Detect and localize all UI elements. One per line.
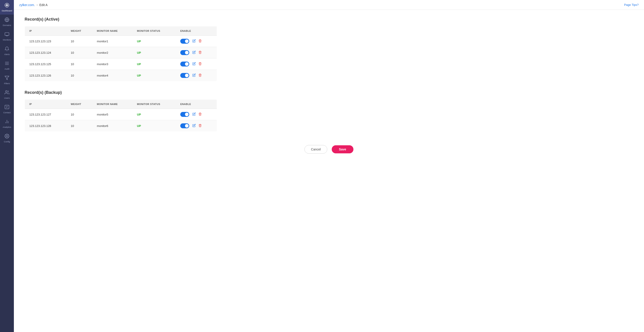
svg-rect-17 bbox=[5, 105, 9, 109]
backup-table-header-row: IP WEIGHT MONITOR NAME MONITOR STATUS EN… bbox=[25, 100, 217, 109]
cell-weight: 10 bbox=[66, 70, 92, 81]
toggle-switch[interactable] bbox=[180, 73, 189, 78]
cell-enable bbox=[176, 59, 217, 70]
sidebar-item-users[interactable]: Users bbox=[0, 87, 14, 102]
svg-point-23 bbox=[6, 135, 8, 137]
cell-monitor-status: UP bbox=[132, 47, 176, 59]
sidebar-item-label-monitors: Monitors bbox=[3, 39, 11, 41]
save-button[interactable]: Save bbox=[332, 145, 354, 153]
contact-icon bbox=[4, 105, 10, 111]
delete-icon[interactable] bbox=[198, 51, 202, 55]
users-icon bbox=[4, 90, 10, 96]
col-header-monitor-name-active: MONITOR NAME bbox=[92, 27, 132, 36]
active-section-title: Record(s) (Active) bbox=[24, 17, 633, 22]
toggle-switch[interactable] bbox=[180, 112, 189, 117]
cell-weight: 10 bbox=[66, 47, 92, 59]
sidebar-item-label-contact: Contact bbox=[3, 111, 11, 114]
dashboard-icon bbox=[4, 3, 10, 9]
action-icons bbox=[192, 39, 202, 43]
sidebar-item-contact[interactable]: Contact bbox=[0, 102, 14, 116]
cell-ip: 123.123.123.125 bbox=[25, 59, 66, 70]
cell-monitor-name: monitor2 bbox=[92, 47, 132, 59]
edit-icon[interactable] bbox=[192, 39, 196, 43]
main-area: zylker.com. › Edit A Page Tips? Record(s… bbox=[14, 0, 644, 332]
cell-ip: 123.123.123.128 bbox=[25, 120, 66, 132]
cell-monitor-name: monitor4 bbox=[92, 70, 132, 81]
edit-icon[interactable] bbox=[192, 124, 196, 128]
page-tips-link[interactable]: Page Tips? bbox=[624, 3, 639, 7]
cell-enable bbox=[176, 47, 217, 59]
col-header-enable-active: ENABLE bbox=[176, 27, 217, 36]
toggle-switch[interactable] bbox=[180, 39, 189, 44]
edit-icon[interactable] bbox=[192, 112, 196, 116]
action-icons bbox=[192, 51, 202, 55]
backup-section: Record(s) (Backup) IP WEIGHT MONITOR NAM… bbox=[24, 90, 633, 132]
monitors-icon bbox=[4, 32, 10, 38]
delete-icon[interactable] bbox=[198, 112, 202, 116]
sidebar-item-dashboard[interactable]: Dashboard bbox=[0, 0, 14, 15]
table-row: 123.123.123.12410monitor2UP bbox=[25, 47, 217, 59]
toggle-switch[interactable] bbox=[180, 123, 189, 128]
sidebar-item-label-domains: Domains bbox=[3, 24, 11, 27]
col-header-weight-active: WEIGHT bbox=[66, 27, 92, 36]
toggle-switch[interactable] bbox=[180, 62, 189, 67]
filters-icon bbox=[4, 76, 10, 82]
table-row: 123.123.123.12710monitor5UP bbox=[25, 109, 217, 120]
table-row: 123.123.123.12610monitor4UP bbox=[25, 70, 217, 81]
cell-enable bbox=[176, 36, 217, 47]
sidebar-item-monitors[interactable]: Monitors bbox=[0, 29, 14, 44]
cell-ip: 123.123.123.124 bbox=[25, 47, 66, 59]
action-icons bbox=[192, 112, 202, 116]
sidebar-item-label-audit: Audit bbox=[4, 68, 10, 70]
sidebar-item-label-filters: Filters bbox=[4, 82, 10, 85]
cell-monitor-status: UP bbox=[132, 36, 176, 47]
edit-icon[interactable] bbox=[192, 73, 196, 78]
delete-icon[interactable] bbox=[198, 124, 202, 128]
sidebar-item-domains[interactable]: Domains bbox=[0, 15, 14, 29]
action-icons bbox=[192, 73, 202, 78]
delete-icon[interactable] bbox=[198, 39, 202, 43]
edit-icon[interactable] bbox=[192, 51, 196, 55]
svg-point-1 bbox=[6, 4, 8, 6]
col-header-monitor-status-active: MONITOR STATUS bbox=[132, 27, 176, 36]
col-header-weight-backup: WEIGHT bbox=[66, 100, 92, 109]
col-header-monitor-name-backup: MONITOR NAME bbox=[92, 100, 132, 109]
delete-icon[interactable] bbox=[198, 62, 202, 66]
cancel-button[interactable]: Cancel bbox=[304, 145, 327, 154]
sidebar-item-audit[interactable]: Audit bbox=[0, 58, 14, 73]
table-row: 123.123.123.12310monitor1UP bbox=[25, 36, 217, 47]
sidebar-item-analytics[interactable]: Analytics bbox=[0, 116, 14, 131]
sidebar-item-alerts[interactable]: Alerts bbox=[0, 44, 14, 58]
cell-weight: 10 bbox=[66, 109, 92, 120]
delete-icon[interactable] bbox=[198, 73, 202, 78]
cell-enable bbox=[176, 109, 217, 120]
cell-weight: 10 bbox=[66, 120, 92, 132]
action-icons bbox=[192, 62, 202, 66]
sidebar-item-filters[interactable]: Filters bbox=[0, 73, 14, 87]
cell-enable bbox=[176, 120, 217, 132]
svg-marker-15 bbox=[5, 76, 9, 80]
sidebar: Dashboard Domains Monitors Alerts Audit … bbox=[0, 0, 14, 332]
svg-rect-9 bbox=[5, 33, 9, 36]
cell-monitor-status: UP bbox=[132, 109, 176, 120]
toggle-switch[interactable] bbox=[180, 50, 189, 55]
audit-icon bbox=[4, 61, 10, 67]
cell-weight: 10 bbox=[66, 36, 92, 47]
footer-actions: Cancel Save bbox=[24, 141, 633, 156]
breadcrumb-link[interactable]: zylker.com. bbox=[19, 3, 35, 7]
sidebar-item-config[interactable]: Config bbox=[0, 131, 14, 146]
active-table-header-row: IP WEIGHT MONITOR NAME MONITOR STATUS EN… bbox=[25, 27, 217, 36]
cell-ip: 123.123.123.126 bbox=[25, 70, 66, 81]
breadcrumb: zylker.com. › Edit A bbox=[19, 3, 48, 7]
cell-ip: 123.123.123.123 bbox=[25, 36, 66, 47]
sidebar-item-label-users: Users bbox=[4, 97, 10, 99]
svg-point-16 bbox=[6, 91, 7, 92]
breadcrumb-current: Edit A bbox=[39, 3, 48, 7]
cell-monitor-name: monitor6 bbox=[92, 120, 132, 132]
sidebar-item-label-alerts: Alerts bbox=[4, 53, 10, 56]
col-header-ip-backup: IP bbox=[25, 100, 66, 109]
table-row: 123.123.123.12510monitor3UP bbox=[25, 59, 217, 70]
cell-monitor-status: UP bbox=[132, 70, 176, 81]
cell-monitor-status: UP bbox=[132, 59, 176, 70]
edit-icon[interactable] bbox=[192, 62, 196, 66]
